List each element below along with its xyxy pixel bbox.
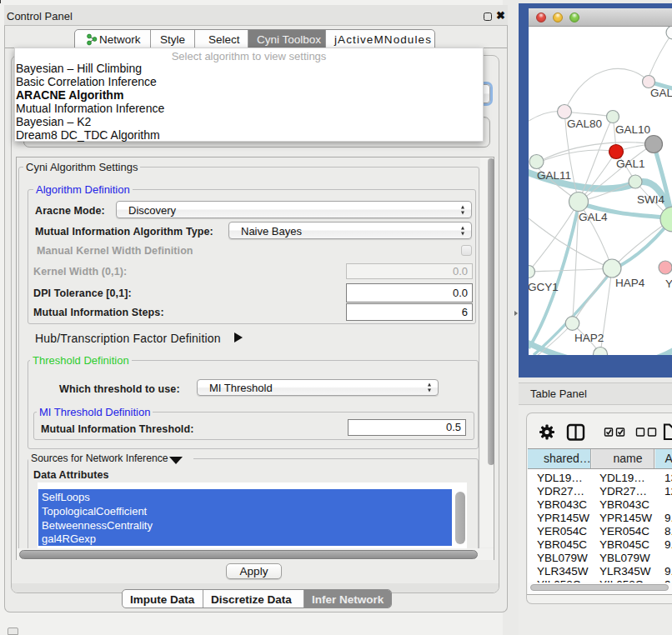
svg-text:GAL10: GAL10 (615, 123, 650, 136)
svg-text:GAL11: GAL11 (537, 169, 571, 182)
svg-text:GAL4: GAL4 (579, 211, 608, 223)
svg-text:HAP2: HAP2 (574, 332, 604, 344)
svg-text:GAL1: GAL1 (616, 158, 645, 170)
svg-text:HAP4: HAP4 (615, 277, 645, 289)
svg-text:GAL80: GAL80 (567, 118, 602, 130)
svg-text:GAL: GAL (650, 87, 672, 99)
svg-text:GCY1: GCY1 (529, 281, 559, 293)
svg-text:Y: Y (665, 278, 672, 290)
svg-text:SWI4: SWI4 (637, 193, 664, 206)
